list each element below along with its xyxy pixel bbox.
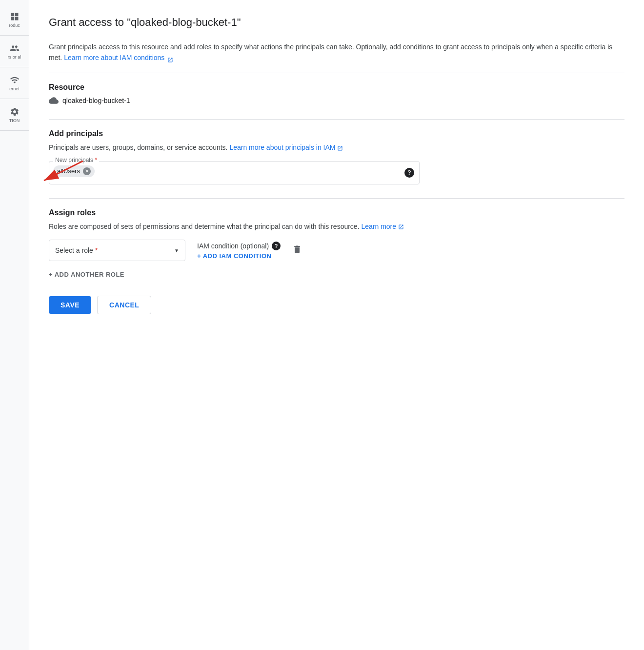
- required-marker: *: [95, 157, 97, 163]
- learn-more-roles-link[interactable]: Learn more: [361, 223, 403, 230]
- page-title: Grant access to "qloaked-blog-bucket-1": [49, 16, 624, 30]
- new-principals-field[interactable]: New principals * allUsers ✕ ?: [49, 161, 420, 184]
- chip-text: allUsers: [57, 167, 80, 175]
- sidebar-item-network[interactable]: ernet: [0, 71, 29, 95]
- select-role-dropdown[interactable]: Select a role * ▼: [49, 240, 185, 261]
- sidebar-item-products-label: roduc: [9, 23, 20, 28]
- principals-help-icon[interactable]: ?: [404, 168, 414, 178]
- principals-section: Add principals Principals are users, gro…: [49, 129, 624, 184]
- bucket-icon: [49, 96, 59, 105]
- page-description: Grant principals access to this resource…: [49, 41, 624, 63]
- divider-2: [49, 119, 624, 120]
- principals-description: Principals are users, groups, domains, o…: [49, 142, 624, 153]
- role-required-marker: *: [95, 246, 98, 254]
- divider-3: [49, 198, 624, 199]
- external-link-icon: [167, 55, 173, 61]
- resource-item: qloaked-blog-bucket-1: [49, 96, 624, 105]
- external-link-icon-2: [337, 143, 343, 151]
- resource-section-title: Resource: [49, 83, 624, 92]
- allUsers-chip: allUsers ✕: [53, 165, 95, 177]
- learn-principals-link[interactable]: Learn more about principals in IAM: [229, 143, 343, 151]
- roles-section: Assign roles Roles are composed of sets …: [49, 208, 624, 280]
- principals-section-title: Add principals: [49, 129, 624, 138]
- delete-role-icon[interactable]: [292, 244, 302, 257]
- sidebar-item-settings[interactable]: TION: [0, 103, 29, 126]
- sidebar-item-network-label: ernet: [9, 87, 20, 92]
- new-principals-label: New principals *: [53, 157, 99, 163]
- roles-description: Roles are composed of sets of permission…: [49, 221, 624, 232]
- iam-condition-label: IAM condition (optional): [197, 242, 269, 250]
- add-another-role-button[interactable]: + ADD ANOTHER ROLE: [49, 269, 124, 280]
- select-role-text: Select a role *: [55, 246, 98, 254]
- save-button[interactable]: SAVE: [49, 296, 91, 314]
- main-panel: Grant access to "qloaked-blog-bucket-1" …: [29, 0, 644, 650]
- network-icon: [9, 74, 20, 86]
- sidebar-item-users-label: rs or al: [8, 55, 21, 60]
- add-iam-condition-button[interactable]: + ADD IAM CONDITION: [197, 252, 281, 260]
- sidebar: roduc rs or al ernet TION: [0, 0, 29, 650]
- divider-1: [49, 73, 624, 73]
- iam-condition-area: IAM condition (optional) ? + ADD IAM CON…: [197, 242, 281, 260]
- role-row: Select a role * ▼ IAM condition (optiona…: [49, 240, 624, 261]
- new-principals-wrapper: New principals * allUsers ✕ ?: [49, 161, 420, 184]
- resource-name: qloaked-blog-bucket-1: [62, 97, 130, 104]
- sidebar-item-users[interactable]: rs or al: [0, 40, 29, 63]
- iam-condition-header: IAM condition (optional) ?: [197, 242, 281, 250]
- people-icon: [9, 42, 20, 54]
- chip-close-button[interactable]: ✕: [83, 167, 91, 175]
- action-buttons: SAVE CANCEL: [49, 296, 624, 314]
- sidebar-item-settings-label: TION: [9, 119, 20, 123]
- settings-icon: [9, 106, 20, 118]
- roles-section-title: Assign roles: [49, 208, 624, 217]
- dropdown-arrow-icon: ▼: [174, 248, 179, 253]
- iam-condition-help-icon[interactable]: ?: [272, 242, 281, 250]
- cancel-button[interactable]: CANCEL: [97, 296, 151, 314]
- learn-iam-conditions-link[interactable]: Learn more about IAM conditions: [64, 54, 173, 61]
- sidebar-item-products[interactable]: roduc: [0, 8, 29, 31]
- external-link-icon-3: [398, 223, 404, 230]
- grid-icon: [9, 11, 20, 22]
- resource-section: Resource qloaked-blog-bucket-1: [49, 83, 624, 105]
